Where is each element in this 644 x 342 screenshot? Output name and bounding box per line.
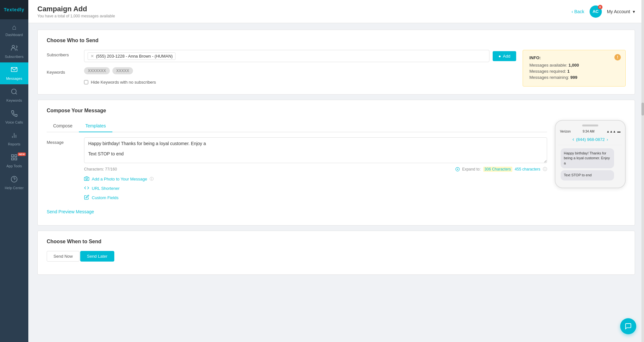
expand-label: Expand to:	[455, 167, 481, 172]
info-box: ! INFO: Messages available: 1,000 Messag…	[523, 50, 626, 87]
keywords-icon	[11, 88, 18, 97]
scrollbar-track[interactable]	[641, 0, 644, 342]
add-button-label: Add	[503, 54, 510, 59]
char-info: Characters: 77/160 Expand to: 306 Charac…	[84, 166, 547, 172]
choose-who-section: Choose Who to Send Subscribers ✕ (555) 2…	[37, 30, 635, 95]
avatar: AC 0	[590, 5, 602, 18]
hide-keywords-label[interactable]: Hide Keywords with no subscribers	[84, 80, 516, 85]
code-icon	[84, 185, 89, 191]
sidebar-item-label: Messages	[6, 77, 22, 80]
sidebar-item-reports[interactable]: Reports	[0, 128, 28, 150]
app-tools-icon	[11, 154, 18, 163]
sidebar-item-voice-calls[interactable]: Voice Calls	[0, 106, 28, 128]
phone-bubble-1: Happy birthday! Thanks for being a loyal…	[561, 148, 614, 168]
phone-number: (844) 968-0872	[576, 137, 605, 142]
add-subscriber-button[interactable]: ● Add	[493, 51, 516, 61]
sidebar-item-label: App Tools	[6, 164, 22, 168]
phone-contact-bar: ‹ (844) 968-0872 ›	[558, 135, 622, 145]
tab-templates[interactable]: Templates	[79, 120, 112, 132]
account-label: My Account	[607, 9, 630, 14]
help-icon	[11, 176, 18, 185]
sidebar: Textedly ⌂ Dashboard Subscribers Message…	[0, 0, 28, 342]
send-preview-button[interactable]: Send Preview Message	[47, 206, 94, 217]
sidebar-item-label: Dashboard	[5, 33, 23, 37]
subscriber-input-wrap: ✕ (555) 203-1228 - Anna Brown - (HUMAN) …	[84, 50, 516, 62]
sidebar-item-dashboard[interactable]: ⌂ Dashboard	[0, 19, 28, 41]
phone-status-bar: Verizon 9:34 AM ▲▲▲ ▬	[558, 130, 622, 135]
subscriber-field[interactable]: ✕ (555) 203-1228 - Anna Brown - (HUMAN)	[84, 50, 489, 62]
keyword-pill[interactable]: XXXXX	[112, 67, 133, 74]
back-button[interactable]: Back	[572, 9, 584, 14]
subscriber-tag-text: (555) 203-1228 - Anna Brown - (HUMAN)	[96, 54, 173, 59]
svg-point-0	[12, 45, 14, 48]
sidebar-item-label: Keywords	[6, 98, 22, 102]
custom-fields-tool[interactable]: Custom Fields	[84, 195, 547, 201]
expand-controls: Expand to: 306 Characters 455 characters…	[455, 166, 547, 172]
reports-icon	[11, 132, 18, 141]
battery-icon: ▬	[617, 130, 620, 133]
hide-keywords-checkbox[interactable]	[84, 80, 88, 84]
send-preview-row: Send Preview Message	[47, 206, 547, 217]
messages-icon	[11, 66, 18, 75]
page-title: Campaign Add	[37, 5, 115, 13]
expand-306-button[interactable]: 306 Characters	[483, 167, 512, 172]
sidebar-item-label: Voice Calls	[5, 120, 23, 124]
tab-compose[interactable]: Compose	[47, 120, 79, 132]
header-actions: Back AC 0 My Account ▾	[572, 5, 635, 18]
message-textarea[interactable]: Happy birthday! Thanks for being a loyal…	[84, 137, 547, 163]
message-tools: Add a Photo to Your Message ⓘ URL Shorte…	[84, 176, 547, 201]
phone-bubble-2: Text STOP to end	[561, 170, 614, 180]
chat-fab[interactable]	[620, 318, 636, 334]
subscribers-label: Subscribers	[47, 50, 79, 57]
info-small-icon: ⓘ	[543, 166, 547, 172]
hide-keywords-row: Hide Keywords with no subscribers	[84, 80, 516, 85]
add-photo-tool[interactable]: Add a Photo to Your Message ⓘ	[84, 176, 547, 182]
sidebar-item-label: Reports	[8, 142, 21, 146]
app-logo: Textedly	[0, 0, 28, 19]
messages-remaining-value: 999	[570, 75, 577, 80]
message-row: Message Happy birthday! Thanks for being…	[47, 137, 547, 201]
sidebar-item-messages[interactable]: Messages	[0, 62, 28, 84]
url-shortener-tool[interactable]: URL Shortener	[84, 185, 547, 191]
notification-badge: 0	[598, 5, 602, 9]
phone-chevron-right-icon: ›	[607, 137, 608, 142]
add-icon: ●	[498, 54, 501, 59]
avatar-initials: AC	[592, 9, 599, 14]
scrollbar-thumb[interactable]	[641, 103, 644, 116]
phone-speaker	[582, 125, 598, 126]
messages-required-value: 1	[567, 69, 570, 74]
page-content: Choose Who to Send Subscribers ✕ (555) 2…	[28, 23, 644, 281]
sidebar-item-app-tools[interactable]: NEW App Tools	[0, 150, 28, 172]
remove-subscriber-icon[interactable]: ✕	[90, 54, 94, 59]
svg-point-11	[11, 176, 17, 182]
compose-section: Compose Your Message Compose Templates	[37, 100, 635, 226]
sidebar-item-subscribers[interactable]: Subscribers	[0, 41, 28, 62]
signal-icon: ▲▲▲	[606, 130, 616, 133]
keywords-row: Keywords XXXXXXX XXXXX	[47, 67, 516, 75]
send-info-row: Subscribers ✕ (555) 203-1228 - Anna Brow…	[47, 50, 626, 87]
compose-form: Compose Templates Message Happy birthday…	[47, 120, 547, 217]
sidebar-item-label: Subscribers	[5, 55, 24, 59]
when-to-send-title: Choose When to Send	[47, 239, 626, 245]
chevron-down-icon: ▾	[633, 9, 635, 14]
svg-point-16	[86, 178, 87, 180]
account-button[interactable]: My Account ▾	[607, 9, 635, 14]
top-header: Campaign Add You have a total of 1,000 m…	[28, 0, 644, 23]
phone-messages: Happy birthday! Thanks for being a loyal…	[558, 145, 622, 184]
messages-remaining-label: Messages remaining:	[529, 75, 569, 80]
sidebar-item-keywords[interactable]: Keywords	[0, 84, 28, 106]
keywords-label: Keywords	[47, 67, 79, 75]
send-later-tab[interactable]: Send Later	[80, 251, 114, 262]
keyword-pill[interactable]: XXXXXXX	[84, 67, 110, 74]
subscriber-tag: ✕ (555) 203-1228 - Anna Brown - (HUMAN)	[88, 52, 175, 60]
sidebar-item-help-center[interactable]: Help Center	[0, 172, 28, 194]
svg-rect-7	[12, 155, 14, 157]
messages-available-label: Messages available:	[529, 63, 567, 68]
messages-required-row: Messages required: 1	[529, 69, 619, 74]
expand-455-button[interactable]: 455 characters	[515, 167, 540, 171]
photo-info-icon: ⓘ	[150, 176, 154, 182]
send-now-tab[interactable]: Send Now	[47, 251, 80, 262]
keywords-control: XXXXXXX XXXXX	[84, 67, 516, 74]
fields-icon	[84, 195, 89, 201]
messages-remaining-row: Messages remaining: 999	[529, 75, 619, 80]
